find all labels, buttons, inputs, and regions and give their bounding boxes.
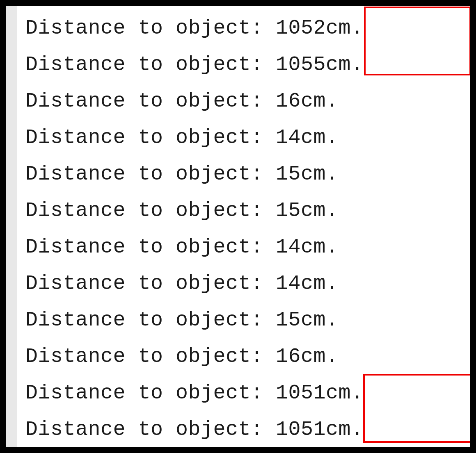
- output-line: Distance to object: 15cm.: [25, 156, 464, 192]
- output-line: Distance to object: 1051cm.: [25, 411, 464, 448]
- output-line: Distance to object: 14cm.: [25, 265, 464, 302]
- distance-label: Distance to object: 15cm.: [25, 162, 339, 186]
- output-line: Distance to object: 14cm.: [25, 229, 464, 265]
- output-line: Distance to object: 16cm.: [25, 338, 464, 375]
- distance-label: Distance to object: 14cm.: [25, 126, 339, 149]
- line-number-gutter: [6, 6, 17, 447]
- output-line: Distance to object: 15cm.: [25, 192, 464, 229]
- distance-label: Distance to object: 15cm.: [25, 199, 339, 222]
- distance-label: Distance to object: 14cm.: [25, 272, 339, 295]
- output-line: Distance to object: 1052cm.: [25, 10, 464, 46]
- distance-label: Distance to object: 1055cm.: [25, 53, 364, 76]
- output-line: Distance to object: 16cm.: [25, 83, 464, 119]
- distance-label: Distance to object: 1051cm.: [25, 381, 364, 405]
- output-line: Distance to object: 14cm.: [25, 119, 464, 156]
- output-line: Distance to object: 15cm.: [25, 302, 464, 338]
- distance-label: Distance to object: 16cm.: [25, 89, 339, 113]
- distance-label: Distance to object: 1051cm.: [25, 418, 364, 441]
- output-line: Distance to object: 1055cm.: [25, 46, 464, 83]
- distance-label: Distance to object: 15cm.: [25, 308, 339, 332]
- distance-label: Distance to object: 14cm.: [25, 235, 339, 259]
- output-line: Distance to object: 1051cm.: [25, 375, 464, 411]
- distance-label: Distance to object: 16cm.: [25, 345, 339, 368]
- serial-output: Distance to object: 1052cm. Distance to …: [17, 6, 470, 452]
- distance-label: Distance to object: 1052cm.: [25, 16, 364, 40]
